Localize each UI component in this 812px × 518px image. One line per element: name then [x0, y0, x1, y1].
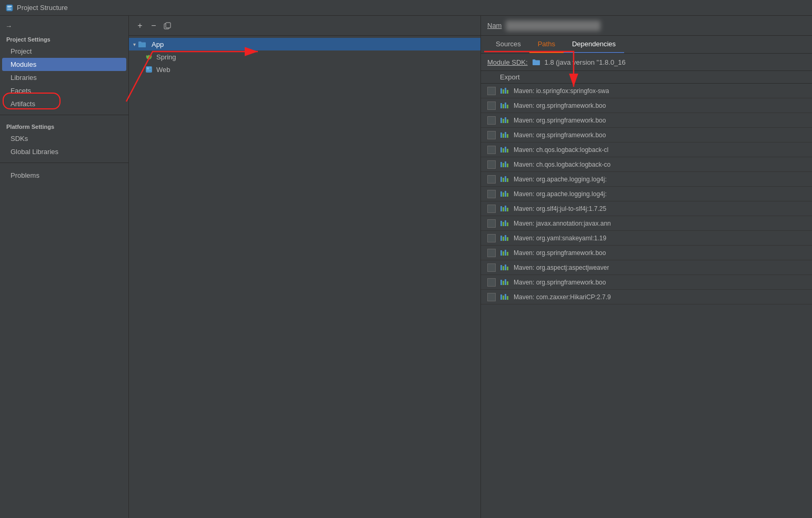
dep-export-checkbox[interactable] — [487, 131, 496, 139]
module-item-web[interactable]: Web — [129, 63, 480, 76]
dep-export-checkbox[interactable] — [487, 263, 496, 272]
dep-export-checkbox[interactable] — [487, 190, 496, 198]
dep-row[interactable]: Maven: ch.qos.logback:logback-cl — [481, 143, 812, 157]
svg-rect-21 — [507, 119, 508, 123]
dep-export-checkbox[interactable] — [487, 146, 496, 154]
dep-row[interactable]: Maven: org.springframework.boo — [481, 275, 812, 290]
svg-rect-11 — [503, 89, 504, 94]
dep-name: Maven: ch.qos.logback:logback-cl — [514, 146, 608, 154]
svg-rect-58 — [500, 265, 502, 270]
svg-rect-57 — [507, 252, 508, 256]
svg-rect-32 — [505, 161, 506, 167]
svg-rect-44 — [505, 206, 506, 211]
svg-rect-20 — [505, 117, 506, 123]
svg-rect-55 — [503, 251, 504, 256]
spring-icon — [145, 53, 153, 61]
sidebar-divider-2 — [0, 162, 128, 163]
dep-export-checkbox[interactable] — [487, 205, 496, 213]
add-button[interactable]: + — [134, 20, 146, 32]
export-header: Export — [500, 73, 542, 81]
dep-row[interactable]: Maven: ch.qos.logback:logback-co — [481, 157, 812, 172]
svg-rect-59 — [503, 266, 504, 270]
svg-rect-12 — [505, 88, 506, 94]
dep-row[interactable]: Maven: org.aspectj:aspectjweaver — [481, 260, 812, 275]
svg-rect-42 — [500, 206, 502, 211]
sidebar-item-global-libraries[interactable]: Global Libraries — [0, 145, 128, 158]
svg-rect-69 — [507, 296, 508, 300]
sdk-version: 1.8 (java version "1.8.0_16 — [545, 58, 626, 66]
dep-export-checkbox[interactable] — [487, 278, 496, 287]
dep-export-checkbox[interactable] — [487, 160, 496, 169]
platform-settings-header: Platform Settings — [0, 119, 128, 132]
tab-sources[interactable]: Sources — [487, 36, 529, 53]
svg-rect-40 — [505, 191, 506, 197]
svg-rect-22 — [500, 133, 502, 138]
svg-rect-50 — [500, 236, 502, 241]
svg-rect-52 — [505, 235, 506, 241]
nav-back-arrow[interactable]: → — [0, 20, 128, 32]
sidebar-item-sdks[interactable]: SDKs — [0, 132, 128, 145]
svg-rect-13 — [507, 90, 508, 94]
window-title: Project Structure — [17, 4, 68, 12]
dep-name: Maven: io.springfox:springfox-swa — [514, 87, 609, 95]
dep-row[interactable]: Maven: org.springframework.boo — [481, 128, 812, 143]
module-tree-panel: + − ▾ App — [129, 16, 480, 518]
copy-button[interactable] — [162, 20, 173, 32]
sidebar-item-libraries[interactable]: Libraries — [0, 71, 128, 84]
svg-rect-43 — [503, 207, 504, 211]
module-name-web: Web — [156, 66, 171, 74]
module-item-spring[interactable]: Spring — [129, 50, 480, 63]
library-icon — [500, 278, 510, 287]
dep-export-checkbox[interactable] — [487, 219, 496, 228]
svg-rect-28 — [505, 147, 506, 153]
sidebar-item-artifacts[interactable]: Artifacts — [0, 97, 128, 110]
dep-row[interactable]: Maven: org.apache.logging.log4j: — [481, 172, 812, 187]
dep-export-checkbox[interactable] — [487, 87, 496, 95]
svg-rect-65 — [507, 281, 508, 285]
sdk-row: Module SDK: 1.8 (java version "1.8.0_16 — [481, 54, 812, 71]
dep-export-checkbox[interactable] — [487, 175, 496, 184]
dep-export-checkbox[interactable] — [487, 116, 496, 125]
library-icon — [500, 293, 510, 301]
sidebar-item-modules[interactable]: Modules — [2, 58, 126, 71]
dep-row[interactable]: Maven: org.springframework.boo — [481, 98, 812, 113]
svg-rect-64 — [505, 279, 506, 285]
dep-row[interactable]: Maven: io.springfox:springfox-swa — [481, 84, 812, 98]
remove-button[interactable]: − — [148, 20, 159, 32]
expand-arrow: ▾ — [133, 42, 136, 47]
dep-row[interactable]: Maven: org.springframework.boo — [481, 246, 812, 260]
dep-name: Maven: org.springframework.boo — [514, 279, 606, 286]
library-icon — [500, 263, 510, 272]
dep-row[interactable]: Maven: javax.annotation:javax.ann — [481, 216, 812, 231]
dep-name: Maven: org.aspectj:aspectjweaver — [514, 264, 609, 271]
app-icon — [5, 4, 14, 12]
sidebar-divider — [0, 115, 128, 115]
tab-paths[interactable]: Paths — [529, 36, 564, 53]
sidebar-item-facets[interactable]: Facets — [0, 84, 128, 97]
web-icon — [145, 65, 153, 74]
dep-export-checkbox[interactable] — [487, 249, 496, 257]
dep-row[interactable]: Maven: org.yaml:snakeyaml:1.19 — [481, 231, 812, 246]
dep-row[interactable]: Maven: org.springframework.boo — [481, 113, 812, 128]
dep-row[interactable]: Maven: org.apache.logging.log4j: — [481, 187, 812, 201]
name-input[interactable] — [506, 21, 600, 31]
sidebar-item-problems[interactable]: Problems — [0, 167, 128, 182]
tab-dependencies[interactable]: Dependencies — [564, 36, 624, 53]
dep-name: Maven: ch.qos.logback:logback-co — [514, 161, 610, 168]
folder-icon — [138, 40, 146, 48]
dep-export-checkbox[interactable] — [487, 293, 496, 301]
svg-rect-37 — [507, 178, 508, 182]
dep-export-checkbox[interactable] — [487, 234, 496, 242]
dep-row[interactable]: Maven: com.zaxxer:HikariCP:2.7.9 — [481, 290, 812, 304]
dep-row[interactable]: Maven: org.slf4j:jul-to-slf4j:1.7.25 — [481, 201, 812, 216]
svg-rect-48 — [505, 220, 506, 226]
svg-rect-34 — [500, 177, 502, 182]
svg-rect-46 — [500, 221, 502, 226]
sidebar-item-project[interactable]: Project — [0, 45, 128, 58]
library-icon — [500, 249, 510, 257]
module-item-app[interactable]: ▾ App — [129, 38, 480, 50]
dep-export-checkbox[interactable] — [487, 101, 496, 110]
svg-rect-51 — [503, 237, 504, 241]
svg-rect-15 — [503, 104, 504, 108]
library-icon — [500, 101, 510, 110]
